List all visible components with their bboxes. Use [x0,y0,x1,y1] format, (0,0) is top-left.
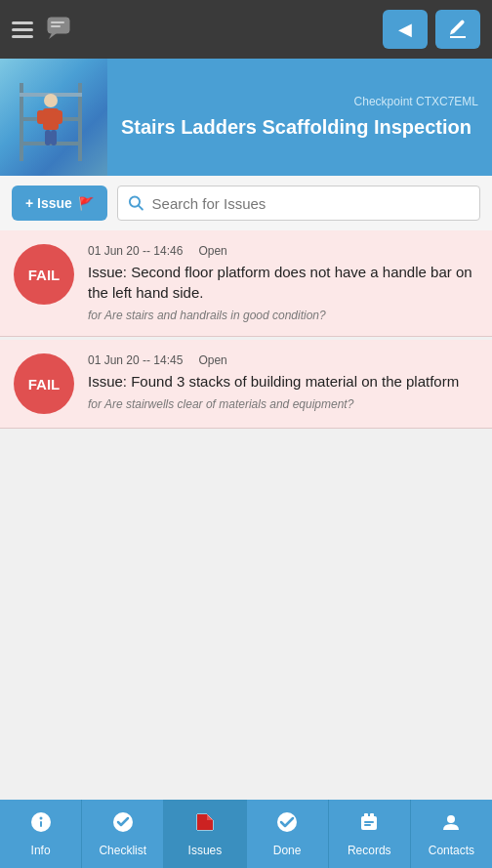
nav-label-issues: Issues [188,844,223,857]
svg-point-19 [39,817,42,820]
nav-label-info: Info [31,844,51,857]
edit-button[interactable] [435,10,480,49]
svg-rect-14 [45,130,51,145]
issue-date-1: 01 Jun 20 -- 14:46 [88,244,183,258]
nav-label-checklist: Checklist [99,844,146,857]
add-issue-button[interactable]: + Issue 🚩 [12,186,107,221]
nav-label-records: Records [348,844,391,857]
nav-item-info[interactable]: Info [0,800,82,868]
svg-rect-2 [51,21,64,23]
fail-badge-2: FAIL [14,353,74,414]
chat-icon[interactable] [45,14,76,45]
nav-item-contacts[interactable]: Contacts [411,800,492,868]
svg-marker-1 [49,33,57,39]
issue-status-1: Open [198,244,226,258]
issues-list: FAIL 01 Jun 20 -- 14:46 Open Issue: Seco… [0,230,492,804]
checklist-icon [111,810,135,840]
svg-rect-12 [37,110,45,124]
flag-icon: 🚩 [78,196,94,211]
svg-point-28 [447,815,455,823]
issue-title-1: Issue: Second floor platform does not ha… [88,262,478,303]
nav-item-records[interactable]: Records [329,800,411,868]
search-icon [128,194,144,212]
nav-item-done[interactable]: Done [247,800,329,868]
svg-line-17 [139,205,143,209]
bottom-nav: Info Checklist Issues Done [0,800,492,868]
search-box [117,186,480,221]
checkpoint-label: Checkpoint CTXC7EML [121,95,478,108]
back-button[interactable]: ◀ [383,10,428,49]
svg-rect-3 [51,25,61,27]
top-nav: ◀ [0,0,492,59]
search-input[interactable] [152,195,470,212]
issue-content-1: 01 Jun 20 -- 14:46 Open Issue: Second fl… [88,244,478,322]
add-issue-label: + Issue [25,195,72,211]
issue-card-1[interactable]: FAIL 01 Jun 20 -- 14:46 Open Issue: Seco… [0,230,492,337]
contacts-icon [439,810,463,840]
toolbar: + Issue 🚩 [0,176,492,230]
header-text-area: Checkpoint CTXC7EML Stairs Ladders Scaff… [107,59,492,176]
nav-label-contacts: Contacts [429,844,474,857]
svg-rect-26 [364,821,374,823]
issue-status-2: Open [198,353,226,367]
hamburger-menu[interactable] [12,21,33,38]
done-icon [275,810,299,840]
nav-label-done: Done [273,844,302,857]
svg-point-10 [44,94,58,107]
records-icon [357,810,381,840]
issue-content-2: 01 Jun 20 -- 14:45 Open Issue: Found 3 s… [88,353,478,411]
svg-rect-25 [370,813,374,818]
svg-rect-13 [55,110,62,124]
svg-rect-15 [51,130,57,145]
issue-meta-1: 01 Jun 20 -- 14:46 Open [88,244,478,258]
info-icon [29,810,53,840]
top-nav-left [12,14,76,45]
svg-rect-24 [364,813,368,818]
svg-rect-20 [40,821,42,827]
issue-card-2[interactable]: FAIL 01 Jun 20 -- 14:45 Open Issue: Foun… [0,340,492,429]
top-nav-right: ◀ [383,10,480,49]
header-image [0,59,107,176]
inspection-title: Stairs Ladders Scaffolding Inspection [121,114,478,140]
svg-rect-27 [364,824,371,826]
fail-badge-1: FAIL [14,244,74,305]
header-banner: Checkpoint CTXC7EML Stairs Ladders Scaff… [0,59,492,176]
issue-meta-2: 01 Jun 20 -- 14:45 Open [88,353,478,367]
nav-item-checklist[interactable]: Checklist [82,800,164,868]
issue-sub-2: for Are stairwells clear of materials an… [88,397,478,411]
issue-sub-1: for Are stairs and handrails in good con… [88,309,478,322]
issue-title-2: Issue: Found 3 stacks of building materi… [88,371,478,392]
issues-icon [193,810,217,840]
issue-date-2: 01 Jun 20 -- 14:45 [88,353,183,367]
nav-item-issues[interactable]: Issues [164,800,246,868]
